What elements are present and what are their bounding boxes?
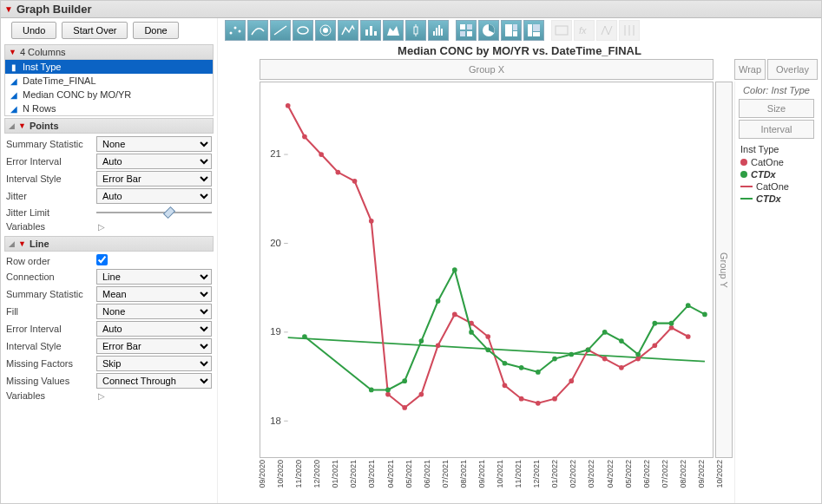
group-y-dropzone[interactable]: Group Y [715,82,733,458]
done-button[interactable]: Done [133,22,178,39]
column-item[interactable]: ▮Inst Type [5,60,213,74]
boxplot-chart-icon[interactable] [405,20,426,41]
line-summary-stat-select[interactable]: Mean [96,286,212,302]
variables-disclosure-icon[interactable]: ▷ [96,391,105,401]
legend-dot-icon [740,171,747,178]
svg-rect-15 [438,25,440,36]
x-tick-label: 12/2021 [532,460,541,488]
column-label: DateTime_FINAL [23,75,96,86]
map-chart-icon[interactable] [596,20,617,41]
points-interval-style-select[interactable]: Error Bar [96,171,212,187]
svg-point-64 [652,343,657,348]
treemap-chart-icon[interactable] [501,20,522,41]
columns-header[interactable]: ▼ 4 Columns [4,44,214,60]
line-missing-factors-select[interactable]: Skip [96,356,212,371]
plot-area[interactable]: 18192021 [260,82,713,458]
svg-rect-20 [467,31,472,36]
line-connection-select[interactable]: Line [96,269,212,285]
area-chart-icon[interactable] [383,20,404,41]
svg-rect-19 [460,31,465,36]
variables-disclosure-icon[interactable]: ▷ [96,222,105,232]
svg-point-83 [619,338,624,344]
svg-rect-17 [460,24,465,29]
legend-dot-icon [740,159,747,166]
pie-chart-icon[interactable] [478,20,499,41]
ellipse-chart-icon[interactable] [293,20,313,41]
points-jitter-select[interactable]: Auto [96,188,212,204]
line-chart-icon[interactable] [338,20,358,41]
x-tick-label: 02/2022 [569,460,577,488]
column-item[interactable]: ◢DateTime_FINAL [5,74,213,88]
x-tick-label: 04/2021 [386,460,395,488]
bar-chart-icon[interactable] [360,20,381,41]
parallel-chart-icon[interactable] [619,20,640,41]
svg-point-75 [485,348,490,353]
svg-point-76 [503,361,508,366]
column-item[interactable]: ◢Median CONC by MO/YR [5,88,213,101]
svg-rect-13 [433,31,435,36]
caption-chart-icon[interactable] [551,20,572,41]
legend-item[interactable]: CatOne [740,180,812,193]
x-tick-label: 09/2022 [697,460,706,488]
x-tick-label: 08/2022 [679,460,687,488]
formula-chart-icon[interactable]: fx [574,20,595,41]
disclosure-icon[interactable]: ▼ [4,4,13,14]
svg-rect-25 [528,24,532,36]
start-over-button[interactable]: Start Over [62,22,128,39]
legend-color-title: Color: Inst Type [739,83,814,97]
chart-type-toolbar: fx [218,18,821,43]
smoother-chart-icon[interactable] [247,20,268,41]
histogram-chart-icon[interactable] [428,20,449,41]
line-fill-select[interactable]: None [96,304,212,319]
svg-point-47 [369,219,374,224]
legend-item[interactable]: CTDx [740,193,812,205]
points-summary-stat-select[interactable]: None [96,136,212,152]
x-tick-label: 08/2021 [459,460,468,488]
x-tick-label: 10/2020 [276,460,285,488]
continuous-icon: ◢ [9,89,19,100]
svg-point-5 [323,28,328,33]
legend-label: CatOne [756,181,789,192]
points-error-interval-select[interactable]: Auto [96,154,212,169]
points-section-header[interactable]: ◢ ▼ Points [4,118,214,134]
column-label: N Rows [23,103,56,114]
line-interval-style-select[interactable]: Error Bar [96,338,212,354]
column-item[interactable]: ◢N Rows [5,101,213,115]
svg-point-85 [652,321,657,326]
svg-text:18: 18 [270,416,281,426]
svg-rect-10 [414,27,418,34]
svg-point-1 [234,27,237,29]
line-section-header[interactable]: ◢ ▼ Line [4,236,214,252]
interval-dropzone[interactable]: Interval [739,120,814,139]
group-x-dropzone[interactable]: Group X [260,59,713,80]
svg-point-0 [230,32,233,35]
legend-item[interactable]: CatOne [740,156,812,168]
wrap-dropzone[interactable]: Wrap [734,59,766,80]
jitter-limit-slider[interactable] [96,206,212,219]
svg-point-79 [552,357,557,362]
line-error-interval-select[interactable]: Auto [96,321,212,337]
svg-point-55 [503,383,508,388]
size-dropzone[interactable]: Size [739,99,814,118]
contour-chart-icon[interactable] [315,20,336,41]
svg-point-62 [619,365,624,370]
points-chart-icon[interactable] [225,20,246,41]
x-tick-label: 09/2021 [477,460,486,488]
svg-point-86 [669,321,674,326]
svg-text:21: 21 [270,148,281,159]
mosaic-chart-icon[interactable] [523,20,544,41]
svg-line-3 [274,26,286,35]
undo-button[interactable]: Undo [11,22,56,39]
line-missing-values-select[interactable]: Connect Through [96,373,212,389]
svg-point-57 [536,401,541,406]
x-tick-label: 02/2021 [349,460,358,488]
row-order-checkbox[interactable] [96,254,108,265]
legend-item[interactable]: CTDx [740,168,812,180]
x-tick-label: 09/2020 [258,460,266,488]
heatmap-chart-icon[interactable] [456,20,477,41]
gray-disclosure-icon: ◢ [9,239,15,248]
line-fit-chart-icon[interactable] [270,20,291,41]
svg-text:19: 19 [270,326,281,337]
disclosure-icon: ▼ [18,121,26,130]
overlay-dropzone[interactable]: Overlay [767,59,818,80]
